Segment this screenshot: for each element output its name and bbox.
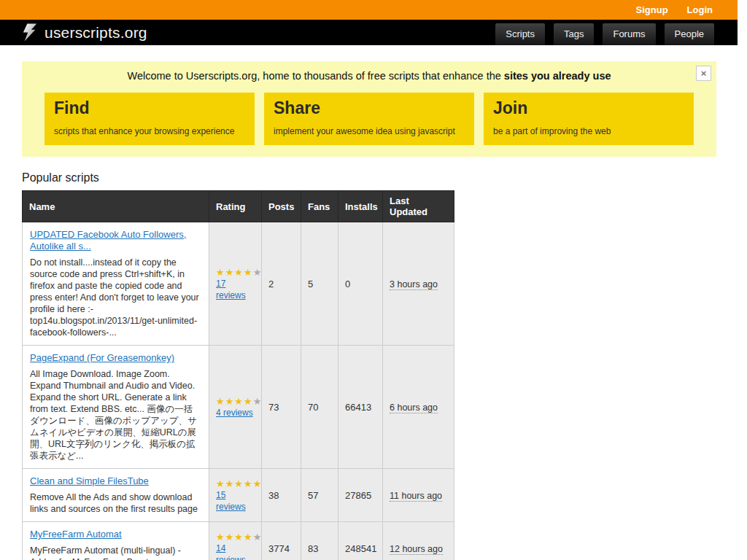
star-filled-icon: ★ xyxy=(234,532,244,542)
script-description: MyFreeFarm Automat (multi-lingual) - Add… xyxy=(30,545,201,560)
fans-cell: 83 xyxy=(301,522,338,560)
close-icon[interactable]: × xyxy=(696,66,711,81)
brand[interactable]: userscripts.org xyxy=(22,20,147,45)
popular-scripts-table: NameRatingPostsFansInstallsLast Updated … xyxy=(22,190,454,560)
reviews-link[interactable]: 4 reviews xyxy=(216,408,253,418)
script-link[interactable]: MyFreeFarm Automat xyxy=(30,529,122,540)
last-updated-text: 6 hours ago xyxy=(390,402,438,413)
star-filled-icon: ★ xyxy=(225,478,235,489)
star-empty-icon: ★ xyxy=(253,396,263,407)
main-nav: ScriptsTagsForumsPeople xyxy=(495,20,714,45)
star-filled-icon: ★ xyxy=(225,267,235,278)
column-header-fans: Fans xyxy=(301,191,338,222)
star-filled-icon: ★ xyxy=(216,478,225,489)
script-description: Do not install....instead of it copy the… xyxy=(30,257,201,338)
banner-box-share: Shareimplement your awesome idea using j… xyxy=(264,93,474,145)
last-updated-text: 11 hours ago xyxy=(390,491,442,502)
welcome-text-bold: sites you already use xyxy=(504,70,611,82)
script-link[interactable]: PageExpand (For Greasemonkey) xyxy=(30,352,174,363)
table-row: PageExpand (For Greasemonkey) All Image … xyxy=(23,346,454,469)
star-filled-icon: ★ xyxy=(234,396,244,407)
installs-cell: 248541 xyxy=(338,522,383,560)
banner-box-title: Share xyxy=(274,98,465,117)
banner-box-subtitle: implement your awesome idea using javasc… xyxy=(274,126,465,136)
posts-cell: 2 xyxy=(262,222,301,346)
rating-cell: ★★★★★ 17 reviews xyxy=(209,222,262,346)
script-description: All Image Download. Image Zoom. Expand T… xyxy=(30,368,201,462)
last-updated-text: 3 hours ago xyxy=(390,279,438,290)
script-name-cell: Clean and Simple FilesTube Remove All th… xyxy=(23,469,209,522)
welcome-banner: Welcome to Userscripts.org, home to thou… xyxy=(22,61,716,157)
fans-cell: 57 xyxy=(301,469,338,522)
star-filled-icon: ★ xyxy=(253,478,263,489)
nav-tab-tags[interactable]: Tags xyxy=(554,23,594,45)
banner-box-subtitle: be a part of improving the web xyxy=(493,126,684,136)
star-filled-icon: ★ xyxy=(244,478,253,489)
table-row: Clean and Simple FilesTube Remove All th… xyxy=(23,469,454,522)
welcome-text: Welcome to Userscripts.org, home to thou… xyxy=(127,70,503,82)
page-content: Welcome to Userscripts.org, home to thou… xyxy=(22,61,716,560)
star-filled-icon: ★ xyxy=(225,396,235,407)
script-name-cell: UPDATED Facebook Auto Followers, Autolik… xyxy=(23,222,209,346)
column-header-last-updated: Last Updated xyxy=(383,191,454,222)
star-rating-icon: ★★★★★ xyxy=(216,478,255,489)
star-filled-icon: ★ xyxy=(244,532,253,542)
posts-cell: 73 xyxy=(262,346,301,469)
nav-tab-scripts[interactable]: Scripts xyxy=(495,23,545,45)
fans-cell: 70 xyxy=(301,346,338,469)
scroll-logo-icon xyxy=(22,23,38,42)
last-updated-cell: 3 hours ago xyxy=(383,222,454,346)
star-rating-icon: ★★★★★ xyxy=(216,532,255,542)
posts-cell: 38 xyxy=(262,469,301,522)
script-name-cell: PageExpand (For Greasemonkey) All Image … xyxy=(23,346,209,469)
script-link[interactable]: Clean and Simple FilesTube xyxy=(30,475,149,486)
table-header-row: NameRatingPostsFansInstallsLast Updated xyxy=(23,191,454,222)
star-filled-icon: ★ xyxy=(234,267,244,278)
reviews-link[interactable]: 14 reviews xyxy=(216,543,246,560)
star-empty-icon: ★ xyxy=(253,267,263,278)
star-filled-icon: ★ xyxy=(216,267,225,278)
login-link[interactable]: Login xyxy=(687,4,713,15)
last-updated-text: 12 hours ago xyxy=(390,544,443,555)
script-link[interactable]: UPDATED Facebook Auto Followers, Autolik… xyxy=(30,229,186,252)
star-filled-icon: ★ xyxy=(225,532,235,542)
banner-box-title: Find xyxy=(54,98,245,117)
star-rating-icon: ★★★★★ xyxy=(216,396,255,407)
table-row: UPDATED Facebook Auto Followers, Autolik… xyxy=(23,222,454,346)
star-filled-icon: ★ xyxy=(216,396,225,407)
nav-tab-forums[interactable]: Forums xyxy=(603,23,655,45)
nav-tab-people[interactable]: People xyxy=(665,23,714,45)
star-filled-icon: ★ xyxy=(244,396,253,407)
table-row: MyFreeFarm Automat MyFreeFarm Automat (m… xyxy=(23,522,454,560)
reviews-link[interactable]: 17 reviews xyxy=(216,279,246,300)
banner-box-title: Join xyxy=(493,98,684,117)
column-header-name: Name xyxy=(23,191,209,222)
column-header-posts: Posts xyxy=(262,191,301,222)
banner-boxes: Findscripts that enhance your browsing e… xyxy=(44,93,694,145)
page-title: Popular scripts xyxy=(22,171,716,184)
script-description: Remove All the Ads and show download lin… xyxy=(30,491,201,515)
star-empty-icon: ★ xyxy=(253,532,263,542)
star-filled-icon: ★ xyxy=(244,267,253,278)
script-name-cell: MyFreeFarm Automat MyFreeFarm Automat (m… xyxy=(23,522,209,560)
top-account-bar: Signup Login xyxy=(0,0,738,20)
last-updated-cell: 12 hours ago xyxy=(383,522,454,560)
last-updated-cell: 6 hours ago xyxy=(383,346,454,469)
star-filled-icon: ★ xyxy=(216,532,225,542)
installs-cell: 27865 xyxy=(338,469,383,522)
reviews-link[interactable]: 15 reviews xyxy=(216,490,246,512)
welcome-message: Welcome to Userscripts.org, home to thou… xyxy=(22,70,716,82)
column-header-installs: Installs xyxy=(338,191,383,222)
rating-cell: ★★★★★ 15 reviews xyxy=(209,469,262,522)
star-rating-icon: ★★★★★ xyxy=(216,267,255,278)
signup-link[interactable]: Signup xyxy=(636,4,668,15)
rating-cell: ★★★★★ 14 reviews xyxy=(209,522,262,560)
fans-cell: 5 xyxy=(301,222,338,346)
banner-box-find: Findscripts that enhance your browsing e… xyxy=(44,93,255,145)
last-updated-cell: 11 hours ago xyxy=(383,469,454,522)
star-filled-icon: ★ xyxy=(234,478,244,489)
site-header: userscripts.org ScriptsTagsForumsPeople xyxy=(0,20,738,45)
banner-box-subtitle: scripts that enhance your browsing exper… xyxy=(54,126,245,136)
column-header-rating: Rating xyxy=(209,191,262,222)
installs-cell: 66413 xyxy=(338,346,383,469)
